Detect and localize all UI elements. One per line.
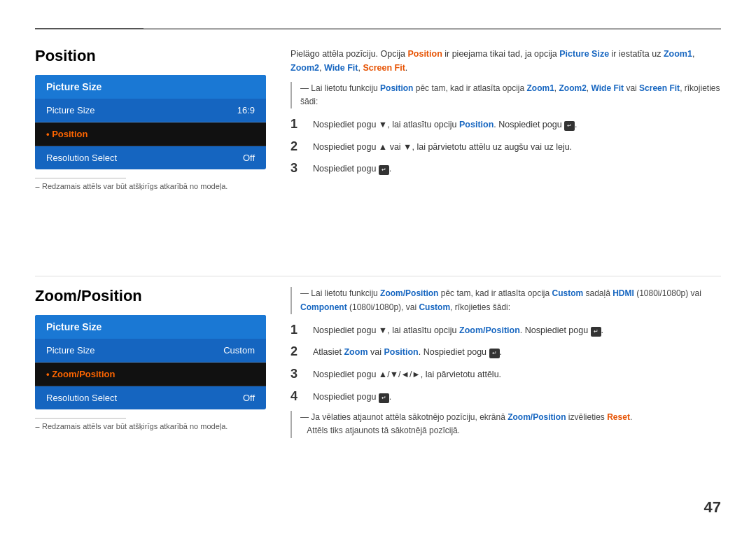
section-zoom-position: Zoom/Position Picture Size Picture Size … bbox=[35, 287, 721, 513]
row-label-res-2: Resolution Select bbox=[46, 393, 117, 403]
row-label-2: Picture Size bbox=[46, 345, 94, 356]
position-note-line: — Lai lietotu funkciju Position pēc tam,… bbox=[290, 82, 721, 108]
position-title: Position bbox=[35, 47, 266, 65]
right-zoom: — Lai lietotu funkciju Zoom/Position pēc… bbox=[284, 287, 721, 513]
row-picture-size-2: Picture Size Custom bbox=[35, 339, 266, 363]
step-2-4: 4 Nospiediet pogu ↵. bbox=[290, 389, 721, 405]
row-value-res-2: Off bbox=[243, 393, 255, 403]
step-1-1: 1 Nospiediet pogu ▼, lai atlasītu opciju… bbox=[290, 117, 721, 132]
left-zoom: Zoom/Position Picture Size Picture Size … bbox=[35, 287, 284, 513]
step-2-2: 2 Atlasiet Zoom vai Position. Nospiediet… bbox=[290, 344, 721, 360]
page-container: Position Picture Size Picture Size 16:9 … bbox=[0, 0, 756, 534]
picture-size-box-1: Picture Size Picture Size 16:9 • Positio… bbox=[35, 75, 266, 169]
position-intro: Pielägo attēla pozīciju. Opcija Position… bbox=[290, 47, 721, 75]
left-position: Position Picture Size Picture Size 16:9 … bbox=[35, 47, 284, 273]
row-zoom-selected: • Zoom/Position bbox=[35, 363, 266, 386]
row-value-res-1: Off bbox=[243, 153, 255, 163]
step-1-2: 2 Nospiediet pogu ▲ vai ▼, lai pārvietot… bbox=[290, 139, 721, 155]
right-position: Pielägo attēla pozīciju. Opcija Position… bbox=[284, 47, 721, 273]
row-picture-size-1: Picture Size 16:9 bbox=[35, 99, 266, 122]
zoom-title: Zoom/Position bbox=[35, 287, 266, 305]
zoom-reset-note: — Ja vēlaties atjaunot attēla sākotnējo … bbox=[290, 411, 721, 437]
row-resolution-1: Resolution Select Off bbox=[35, 146, 266, 169]
picture-size-header-1: Picture Size bbox=[35, 75, 266, 99]
step-2-3: 3 Nospiediet pogu ▲/▼/◄/►, lai pārvietot… bbox=[290, 367, 721, 382]
step-2-1: 1 Nospiediet pogu ▼, lai atlasītu opciju… bbox=[290, 323, 721, 338]
picture-size-box-2: Picture Size Picture Size Custom • Zoom/… bbox=[35, 315, 266, 409]
page-number: 47 bbox=[704, 498, 721, 517]
row-resolution-2: Resolution Select Off bbox=[35, 386, 266, 409]
step-1-3: 3 Nospiediet pogu ↵. bbox=[290, 161, 721, 176]
row-value-2: Custom bbox=[223, 345, 255, 356]
row-position-selected: • Position bbox=[35, 122, 266, 146]
row-label-res-1: Resolution Select bbox=[46, 153, 117, 163]
row-label-zoom: • Zoom/Position bbox=[46, 369, 115, 379]
picture-size-header-2: Picture Size bbox=[35, 315, 266, 339]
zoom-note-line: — Lai lietotu funkciju Zoom/Position pēc… bbox=[290, 287, 721, 314]
zoom-steps: 1 Nospiediet pogu ▼, lai atlasītu opciju… bbox=[290, 323, 721, 404]
row-label-1: Picture Size bbox=[46, 105, 94, 115]
row-label-position: • Position bbox=[46, 129, 88, 139]
position-steps: 1 Nospiediet pogu ▼, lai atlasītu opciju… bbox=[290, 117, 721, 176]
row-value-1: 16:9 bbox=[237, 105, 255, 115]
zoom-note: ‒ Redzamais attēls var būt atšķirīgs atk… bbox=[35, 422, 266, 431]
position-note: ‒ Redzamais attēls var būt atšķirīgs atk… bbox=[35, 182, 266, 191]
section-position: Position Picture Size Picture Size 16:9 … bbox=[35, 29, 721, 273]
